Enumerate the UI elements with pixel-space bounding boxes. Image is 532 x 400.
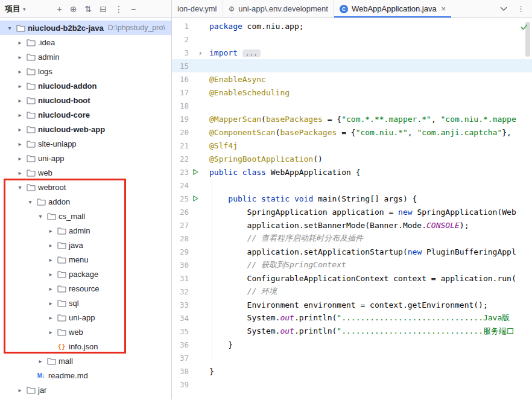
tree-item-jar[interactable]: ▸jar xyxy=(0,383,171,397)
code-text[interactable]: Environment environment = context.getEnv… xyxy=(209,300,488,310)
code-line-3[interactable]: 3›import ... xyxy=(172,46,532,59)
tree-item-niucloud-addon[interactable]: ▸niucloud-addon xyxy=(0,78,171,93)
tree-item-web[interactable]: ▸web xyxy=(0,165,171,180)
code-text[interactable]: package com.niu.app; xyxy=(209,22,304,31)
tree-item-niucloud-web-app[interactable]: ▸niucloud-web-app xyxy=(0,122,171,136)
kebab-menu-icon[interactable]: ⋮ xyxy=(517,5,525,13)
chevron-collapsed-icon[interactable]: ▸ xyxy=(36,358,45,364)
code-line-1[interactable]: 1package com.niu.app; xyxy=(172,19,532,33)
chevron-collapsed-icon[interactable]: ▸ xyxy=(15,83,25,89)
tree-item-niucloud-b2b2c-java[interactable]: ▾niucloud-b2b2c-javaD:\phpstudy_pro\ xyxy=(0,21,171,35)
code-text[interactable]: @EnableScheduling xyxy=(209,88,290,97)
code-text[interactable]: } xyxy=(209,367,214,376)
code-line-35[interactable]: 35 System.out.println(".................… xyxy=(172,325,532,338)
code-text[interactable]: SpringApplication application = new Spri… xyxy=(209,208,516,217)
code-line-25[interactable]: 25 public static void main(String[] args… xyxy=(172,192,532,205)
chevron-collapsed-icon[interactable]: ▸ xyxy=(46,271,55,278)
tab-list-chevron-icon[interactable] xyxy=(500,7,507,11)
chevron-collapsed-icon[interactable]: ▸ xyxy=(46,314,55,321)
code-text[interactable]: // 查看程序启动耗时分布及插件 xyxy=(209,233,363,244)
chevron-collapsed-icon[interactable]: ▸ xyxy=(15,126,25,133)
collapse-all-icon[interactable]: ⊟ xyxy=(100,5,107,13)
tree-item-package[interactable]: ▸package xyxy=(0,267,171,281)
tree-item-uni-app[interactable]: ▸uni-app xyxy=(0,151,171,165)
code-line-2[interactable]: 2 xyxy=(172,33,532,46)
code-line-20[interactable]: 20@ComponentScan(basePackages = {"com.ni… xyxy=(172,125,532,139)
close-icon[interactable]: × xyxy=(442,4,446,13)
code-text[interactable]: @EnableAsync xyxy=(209,75,266,84)
chevron-expanded-icon[interactable]: ▾ xyxy=(36,213,45,220)
tree-item-logs[interactable]: ▸logs xyxy=(0,64,171,78)
code-line-32[interactable]: 32 // 环境 xyxy=(172,285,532,298)
chevron-collapsed-icon[interactable]: ▸ xyxy=(15,39,25,46)
code-text[interactable]: application.setBannerMode(Banner.Mode.CO… xyxy=(209,221,469,230)
code-text[interactable]: application.setApplicationStartup(new Pl… xyxy=(209,247,516,256)
code-text[interactable]: public class WebAppApplication { xyxy=(209,168,360,177)
tree-item-resource[interactable]: ▸resource xyxy=(0,281,171,296)
fold-collapsed-icon[interactable]: › xyxy=(189,48,209,57)
tree-item-web[interactable]: ▸web xyxy=(0,325,171,339)
tree-item-sql[interactable]: ▸sql xyxy=(0,296,171,310)
code-line-18[interactable]: 18 xyxy=(172,99,532,112)
tree-item-menu[interactable]: ▸menu xyxy=(0,252,171,267)
code-text[interactable]: // 环境 xyxy=(209,286,277,297)
tab-yml-file[interactable]: ion-dev.yml xyxy=(172,0,223,17)
code-text[interactable]: } xyxy=(209,340,233,349)
tree-item-admin[interactable]: ▸admin xyxy=(0,49,171,64)
tree-item-mall[interactable]: ▸mall xyxy=(0,354,171,368)
chevron-expanded-icon[interactable]: ▾ xyxy=(25,198,35,205)
chevron-collapsed-icon[interactable]: ▸ xyxy=(15,54,25,60)
code-line-22[interactable]: 22@SpringBootApplication() xyxy=(172,152,532,165)
chevron-collapsed-icon[interactable]: ▸ xyxy=(15,170,25,176)
code-line-36[interactable]: 36 } xyxy=(172,338,532,351)
chevron-down-icon[interactable]: ▾ xyxy=(23,6,26,12)
code-line-31[interactable]: 31 ConfigurableApplicationContext contex… xyxy=(172,271,532,285)
chevron-collapsed-icon[interactable]: ▸ xyxy=(46,256,55,263)
tree-item-java[interactable]: ▸java xyxy=(0,238,171,252)
code-line-23[interactable]: 23public class WebAppApplication { xyxy=(172,165,532,179)
inspections-ok-icon[interactable] xyxy=(520,23,528,34)
code-line-15[interactable]: 15 xyxy=(172,59,532,72)
tree-item-readme.md[interactable]: M↓readme.md xyxy=(0,368,171,383)
code-line-21[interactable]: 21@Slf4j xyxy=(172,139,532,152)
code-text[interactable]: public static void main(String[] args) { xyxy=(209,194,417,203)
run-button[interactable] xyxy=(189,168,209,176)
chevron-collapsed-icon[interactable]: ▸ xyxy=(46,285,55,292)
chevron-expanded-icon[interactable]: ▾ xyxy=(5,25,14,31)
chevron-collapsed-icon[interactable]: ▸ xyxy=(46,300,55,306)
code-line-39[interactable]: 39 xyxy=(172,378,532,391)
code-editor[interactable]: 1package com.niu.app;23›import ...1516@E… xyxy=(172,18,532,399)
code-line-27[interactable]: 27 application.setBannerMode(Banner.Mode… xyxy=(172,218,532,232)
expand-collapse-icon[interactable]: ⇅ xyxy=(84,5,92,13)
chevron-collapsed-icon[interactable]: ▸ xyxy=(15,112,25,118)
code-text[interactable]: System.out.println("....................… xyxy=(209,326,515,337)
code-line-29[interactable]: 29 application.setApplicationStartup(new… xyxy=(172,245,532,258)
code-text[interactable]: import ... xyxy=(209,48,261,57)
hide-panel-icon[interactable]: − xyxy=(131,5,136,13)
code-text[interactable]: // 获取到SpringContext xyxy=(209,259,346,270)
code-line-24[interactable]: 24 xyxy=(172,179,532,192)
chevron-collapsed-icon[interactable]: ▸ xyxy=(46,329,55,335)
tab-env-development[interactable]: ⚙ uni-app\.env.development xyxy=(223,0,334,17)
tree-item-admin[interactable]: ▸admin xyxy=(0,223,171,238)
code-line-28[interactable]: 28 // 查看程序启动耗时分布及插件 xyxy=(172,232,532,245)
code-text[interactable]: ConfigurableApplicationContext context =… xyxy=(209,274,516,283)
code-line-17[interactable]: 17@EnableScheduling xyxy=(172,86,532,99)
tree-item-cs_mall[interactable]: ▾cs_mall xyxy=(0,209,171,223)
tree-item-.idea[interactable]: ▸.idea xyxy=(0,35,171,49)
chevron-collapsed-icon[interactable]: ▸ xyxy=(15,97,25,104)
code-line-34[interactable]: 34 System.out.println(".................… xyxy=(172,311,532,325)
chevron-collapsed-icon[interactable]: ▸ xyxy=(15,155,25,162)
tree-item-niucloud-boot[interactable]: ▸niucloud-boot xyxy=(0,93,171,107)
project-panel-title[interactable]: 项目 xyxy=(5,4,21,14)
code-line-19[interactable]: 19@MapperScan(basePackages = {"com.*.**.… xyxy=(172,112,532,125)
chevron-collapsed-icon[interactable]: ▸ xyxy=(46,242,55,249)
chevron-expanded-icon[interactable]: ▾ xyxy=(15,184,25,191)
locate-icon[interactable]: ⊕ xyxy=(70,5,77,13)
code-line-38[interactable]: 38} xyxy=(172,364,532,378)
code-line-33[interactable]: 33 Environment environment = context.get… xyxy=(172,298,532,311)
tree-item-uni-app[interactable]: ▸uni-app xyxy=(0,310,171,325)
more-options-icon[interactable]: ⋮ xyxy=(115,5,123,13)
run-button[interactable] xyxy=(189,195,209,202)
tree-item-niucloud-core[interactable]: ▸niucloud-core xyxy=(0,107,171,122)
